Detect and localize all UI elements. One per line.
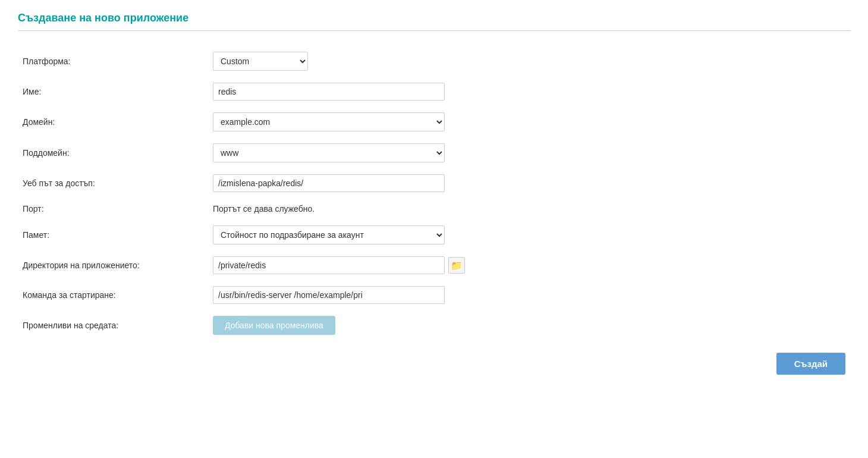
port-text: Портът се дава служебно. [213, 204, 315, 214]
page-title: Създаване на ново приложение [18, 12, 850, 24]
divider [18, 30, 850, 31]
appdir-field: 📁 [208, 250, 850, 280]
subdomain-label: Поддомейн: [18, 137, 208, 168]
webpath-input[interactable] [213, 174, 445, 192]
platform-field: Custom PHP Python Node.js Ruby [208, 46, 850, 77]
domain-select[interactable]: example.com [213, 112, 445, 131]
platform-label: Платформа: [18, 46, 208, 77]
name-label: Име: [18, 77, 208, 106]
startcmd-field [208, 280, 850, 310]
platform-select[interactable]: Custom PHP Python Node.js Ruby [213, 52, 308, 71]
port-row: Порт: Портът се дава служебно. [18, 198, 850, 219]
subdomain-field: www [208, 137, 850, 168]
webpath-label: Уеб път за достъп: [18, 168, 208, 198]
port-label: Порт: [18, 198, 208, 219]
memory-label: Памет: [18, 219, 208, 250]
folder-icon[interactable]: 📁 [448, 257, 465, 274]
webpath-field [208, 168, 850, 198]
startcmd-input[interactable] [213, 286, 445, 304]
subdomain-select[interactable]: www [213, 143, 445, 162]
appdir-wrapper: 📁 [213, 256, 845, 274]
domain-field: example.com [208, 106, 850, 137]
appdir-row: Директория на приложението: 📁 [18, 250, 850, 280]
name-row: Име: [18, 77, 850, 106]
platform-row: Платформа: Custom PHP Python Node.js Rub… [18, 46, 850, 77]
webpath-row: Уеб път за достъп: [18, 168, 850, 198]
startcmd-row: Команда за стартиране: [18, 280, 850, 310]
port-field: Портът се дава служебно. [208, 198, 850, 219]
env-label: Променливи на средата: [18, 310, 208, 341]
domain-label: Домейн: [18, 106, 208, 137]
memory-field: Стойност по подразбиране за акаунт 256 M… [208, 219, 850, 250]
add-variable-button[interactable]: Добави нова променлива [213, 316, 335, 335]
appdir-label: Директория на приложението: [18, 250, 208, 280]
create-app-form: Платформа: Custom PHP Python Node.js Rub… [18, 46, 850, 341]
name-field [208, 77, 850, 106]
domain-row: Домейн: example.com [18, 106, 850, 137]
startcmd-label: Команда за стартиране: [18, 280, 208, 310]
create-button[interactable]: Създай [776, 353, 845, 375]
env-field: Добави нова променлива [208, 310, 850, 341]
env-row: Променливи на средата: Добави нова проме… [18, 310, 850, 341]
appdir-input[interactable] [213, 256, 445, 274]
name-input[interactable] [213, 83, 445, 101]
subdomain-row: Поддомейн: www [18, 137, 850, 168]
memory-row: Памет: Стойност по подразбиране за акаун… [18, 219, 850, 250]
submit-row: Създай [18, 353, 850, 375]
memory-select[interactable]: Стойност по подразбиране за акаунт 256 M… [213, 225, 445, 244]
